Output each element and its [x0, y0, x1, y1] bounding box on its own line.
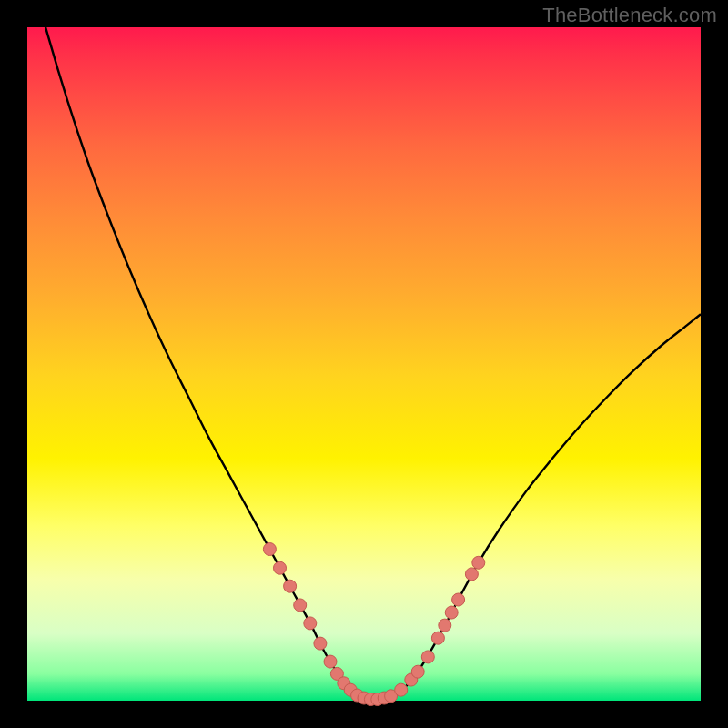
curve-marker [445, 606, 458, 619]
curve-marker [439, 619, 451, 632]
chart-svg [27, 27, 701, 701]
curve-marker [472, 556, 485, 569]
curve-marker [421, 651, 434, 663]
curve-markers [263, 543, 484, 706]
curve-marker [324, 655, 337, 668]
attribution-watermark: TheBottleneck.com [542, 4, 717, 27]
curve-marker [411, 665, 424, 678]
curve-marker [465, 568, 478, 581]
curve-marker [263, 543, 276, 556]
curve-marker [452, 593, 465, 606]
curve-marker [284, 580, 297, 592]
bottleneck-curve [27, 0, 701, 700]
curve-marker [395, 683, 408, 696]
curve-marker [304, 617, 317, 630]
curve-marker [431, 632, 444, 644]
curve-marker [314, 637, 327, 650]
curve-marker [294, 599, 307, 612]
curve-marker [274, 561, 287, 574]
